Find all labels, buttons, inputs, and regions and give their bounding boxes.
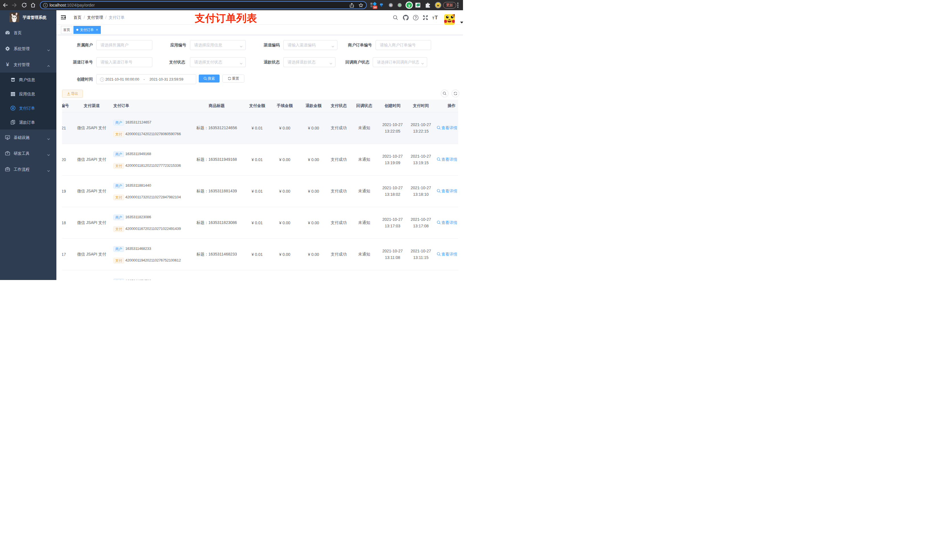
svg-text:⌘: ⌘ <box>390 4 392 7</box>
svg-text:T: T <box>435 15 438 20</box>
svg-text:10: 10 <box>374 6 377 9</box>
svg-text:y: y <box>408 3 410 8</box>
svg-text:T: T <box>432 16 434 20</box>
svg-text:¥: ¥ <box>6 62 9 67</box>
svg-text:¥: ¥ <box>12 106 14 110</box>
